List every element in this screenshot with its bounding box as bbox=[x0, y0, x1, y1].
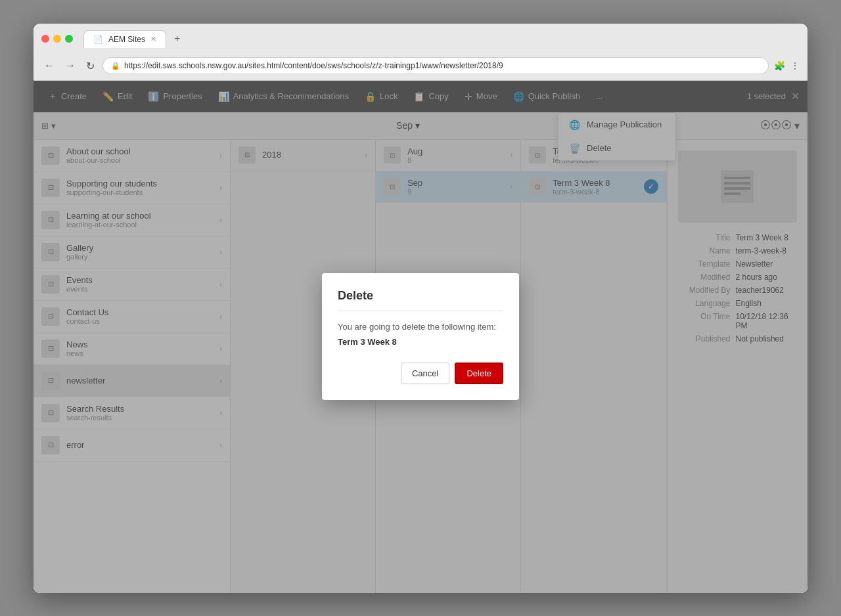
traffic-light-green[interactable] bbox=[65, 35, 73, 43]
address-bar[interactable]: 🔒 https://edit.sws.schools.nsw.gov.au/si… bbox=[102, 57, 769, 74]
extensions-icon: 🧩 bbox=[774, 60, 785, 71]
traffic-light-red[interactable] bbox=[41, 35, 49, 43]
tab-close-button[interactable]: ✕ bbox=[150, 35, 156, 43]
dialog-title: Delete bbox=[338, 289, 503, 311]
delete-button[interactable]: Delete bbox=[455, 363, 503, 384]
refresh-button[interactable]: ↻ bbox=[83, 57, 97, 75]
lock-icon: 🔒 bbox=[111, 62, 120, 70]
back-button[interactable]: ← bbox=[41, 57, 57, 74]
new-tab-button[interactable]: + bbox=[169, 30, 185, 47]
dialog-body: You are going to delete the following it… bbox=[338, 322, 503, 332]
menu-icon[interactable]: ⋮ bbox=[790, 60, 800, 71]
traffic-light-yellow[interactable] bbox=[53, 35, 61, 43]
delete-dialog: Delete You are going to delete the follo… bbox=[322, 273, 519, 400]
dialog-item-name: Term 3 Week 8 bbox=[338, 337, 503, 347]
browser-tab[interactable]: 📄 AEM Sites ✕ bbox=[83, 30, 166, 48]
aem-app: ＋ Create ✏️ Edit ℹ️ Properties 📊 Analyti… bbox=[34, 81, 807, 593]
dialog-actions: Cancel Delete bbox=[338, 363, 503, 384]
url-text: https://edit.sws.schools.nsw.gov.au/site… bbox=[124, 61, 760, 70]
forward-button[interactable]: → bbox=[62, 57, 78, 74]
modal-overlay: Delete You are going to delete the follo… bbox=[34, 81, 807, 593]
tab-title: AEM Sites bbox=[108, 35, 145, 44]
cancel-button[interactable]: Cancel bbox=[401, 363, 449, 384]
tab-page-icon: 📄 bbox=[93, 35, 103, 44]
